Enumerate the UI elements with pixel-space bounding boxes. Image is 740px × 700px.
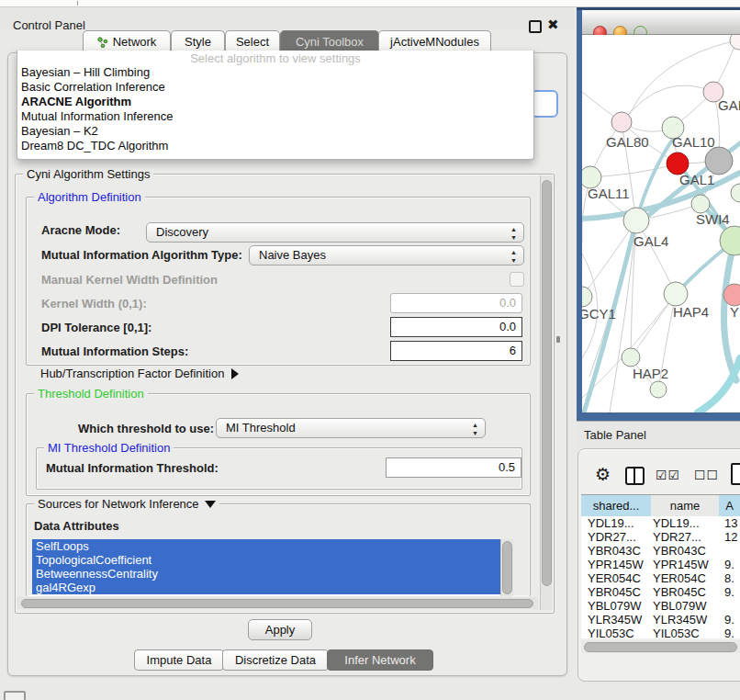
close-icon[interactable]: ✖ [547, 17, 559, 33]
node-label: Y [730, 304, 739, 320]
table-row[interactable]: YBR043CYBR043C [581, 544, 740, 558]
deselect-all-icon[interactable]: ☐☐ [694, 468, 719, 482]
column-header-A[interactable]: A [719, 494, 740, 517]
tab-impute-data[interactable]: Impute Data [134, 649, 224, 671]
apply-button[interactable]: Apply [248, 619, 312, 640]
splitter-handle[interactable] [556, 336, 560, 343]
network-node[interactable] [730, 35, 740, 50]
network-edge [698, 358, 740, 412]
table-row[interactable]: YDL19...YDL19...13 [581, 516, 740, 530]
algorithm-option[interactable]: Bayesian – K2 [19, 124, 532, 139]
data-attributes-list: SelfLoopsTopologicalCoefficientBetweenne… [32, 539, 500, 596]
aracne-mode-value: Discovery [156, 225, 208, 239]
settings-vertical-scrollbar-thumb[interactable] [542, 180, 552, 586]
algorithm-option[interactable]: Dream8 DC_TDC Algorithm [19, 139, 532, 153]
table-row[interactable]: YBR045CYBR045C9. [581, 585, 740, 599]
combo-arrows-icon: ▲▼ [472, 419, 478, 439]
network-node[interactable] [705, 147, 733, 175]
sources-title-row[interactable]: Sources for Network Inference [34, 497, 219, 511]
table-horizontal-scrollbar[interactable] [581, 640, 740, 653]
tab-infer-network[interactable]: Infer Network [327, 649, 433, 671]
split-columns-icon[interactable] [625, 467, 645, 485]
which-threshold-label: Which threshold to use: [78, 422, 214, 435]
node-label: GAL4 [633, 233, 668, 249]
node-label: GCY1 [582, 306, 616, 322]
table-cell: YBL079W [653, 599, 719, 613]
network-node[interactable] [731, 184, 740, 202]
network-node-gcy1[interactable] [582, 287, 592, 307]
table-row[interactable]: YER054CYER054C8. [581, 571, 740, 585]
sources-title: Sources for Network Inference [38, 497, 199, 511]
cyni-settings-title: Cyni Algorithm Settings [23, 167, 153, 181]
table-panel-title: Table Panel [584, 428, 646, 442]
table-cell: YBR043C [653, 544, 719, 558]
table-row[interactable]: YBL079WYBL079W [581, 599, 740, 613]
table-horizontal-scrollbar-thumb[interactable] [584, 642, 737, 652]
table-cell: YIL053C [588, 627, 650, 638]
algorithm-dropdown: Select algorithm to view settings Bayesi… [17, 51, 534, 160]
select-all-icon[interactable]: ☑☑ [656, 468, 680, 482]
document-icon[interactable] [731, 463, 740, 485]
dpi-tolerance-field[interactable]: 0.0 [390, 317, 522, 337]
mi-threshold-field[interactable]: 0.5 [386, 457, 521, 478]
table-cell [724, 599, 740, 613]
table-rows: YDL19...YDL19...13YDR27...YDR27...12YBR0… [581, 516, 740, 638]
algorithm-option[interactable]: ARACNE Algorithm [19, 95, 532, 109]
table-row[interactable]: YIL053CYIL053C9. [581, 627, 740, 638]
threshold-definition-group: Threshold Definition Which threshold to … [26, 393, 531, 496]
mi-type-combo[interactable]: Naive Bayes ▲▼ [249, 245, 524, 265]
float-window-icon[interactable] [529, 20, 542, 33]
table-cell: YIL053C [653, 627, 719, 638]
network-node-gal80[interactable] [611, 112, 632, 132]
settings-horizontal-scrollbar[interactable] [17, 597, 538, 609]
tab-label: Style [185, 35, 211, 49]
algorithm-option[interactable]: Bayesian – Hill Climbing [19, 65, 532, 80]
network-node-swi4[interactable] [691, 195, 710, 213]
network-node-hap2[interactable] [622, 348, 640, 367]
column-header-shared[interactable]: shared... [581, 494, 652, 517]
tab-discretize-data[interactable]: Discretize Data [222, 649, 329, 671]
algorithm-option[interactable]: Mutual Information Inference [19, 109, 532, 124]
attributes-scrollbar-thumb[interactable] [502, 541, 512, 594]
table-cell: YBR045C [653, 585, 719, 599]
which-threshold-combo[interactable]: MI Threshold ▲▼ [216, 418, 486, 438]
hub-definition-label: Hub/Transcription Factor Definition [40, 367, 224, 380]
aracne-mode-combo[interactable]: Discovery ▲▼ [146, 222, 524, 243]
algorithm-option[interactable]: Basic Correlation Inference [19, 80, 532, 95]
settings-horizontal-scrollbar-thumb[interactable] [21, 599, 533, 608]
settings-vertical-scrollbar[interactable] [540, 175, 553, 610]
mi-steps-field[interactable]: 6 [390, 341, 522, 361]
collapsed-arrow-icon [231, 368, 239, 379]
network-window-titlebar[interactable] [582, 10, 740, 35]
network-node[interactable] [650, 381, 667, 398]
table-row[interactable]: YPR145WYPR145W9. [581, 558, 740, 571]
table-panel-header: Table Panel [577, 421, 740, 447]
table-row[interactable]: YDR27...YDR27...12 [581, 530, 740, 544]
node-label: GAL11 [588, 186, 630, 201]
data-attributes-label: Data Attributes [34, 519, 119, 533]
attribute-item[interactable]: BetweennessCentrality [32, 567, 500, 581]
column-header-name[interactable]: name [651, 494, 720, 517]
tab-label: jActiveMNodules [390, 35, 479, 49]
attribute-item[interactable]: gal4RGexp [32, 581, 500, 594]
network-node-gal4[interactable] [623, 208, 649, 233]
minimized-panel-icon[interactable] [4, 691, 26, 700]
network-node-hap4[interactable] [664, 282, 688, 306]
algorithm-combo-focus-ring[interactable] [531, 90, 558, 118]
mi-type-value: Naive Bayes [259, 248, 326, 262]
table-cell: YBL079W [588, 599, 650, 613]
mi-threshold-group: MI Threshold Definition Mutual Informati… [36, 447, 522, 490]
tab-label: Cyni Toolbox [296, 35, 364, 49]
network-canvas[interactable]: GALGAL80GAL10GAL1GAL11SWI4GAL4GCY1HAP4YH… [582, 35, 740, 412]
attribute-item[interactable]: SelfLoops [32, 539, 500, 553]
algorithm-definition-group: Algorithm Definition Aracne Mode: Discov… [26, 197, 531, 366]
combo-arrows-icon: ▲▼ [510, 223, 517, 243]
kernel-width-field[interactable]: 0.0 [390, 293, 522, 313]
hub-definition-toggle[interactable]: Hub/Transcription Factor Definition [40, 367, 239, 380]
table-settings-gear-icon[interactable]: ⚙ [595, 464, 611, 485]
attribute-item[interactable]: TopologicalCoefficient [32, 553, 500, 567]
attributes-scrollbar[interactable] [500, 539, 513, 596]
node-label: GAL10 [672, 134, 715, 150]
table-row[interactable]: YLR345WYLR345W9. [581, 613, 740, 627]
manual-kernel-checkbox[interactable] [510, 272, 524, 287]
